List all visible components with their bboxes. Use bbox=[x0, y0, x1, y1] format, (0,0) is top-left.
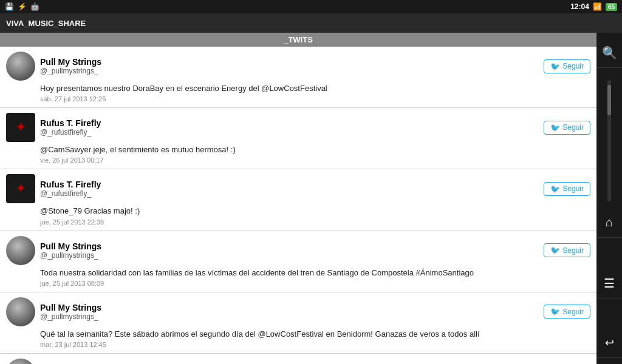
tweet-timestamp: sáb, 27 jul 2013 12:25 bbox=[40, 95, 590, 103]
tweet-username: Pull My Strings bbox=[40, 241, 539, 251]
back-icon: ↩ bbox=[605, 336, 614, 349]
status-bar-right: 12:04 📶 65 bbox=[570, 2, 617, 11]
tweet-handle: @_pullmystrings_ bbox=[40, 67, 539, 75]
twits-header: _TWITS bbox=[0, 33, 596, 47]
status-bar-left: 💾 ⚡ 🤖 bbox=[5, 2, 39, 11]
tweet-user-info: Pull My Strings @_pullmystrings_ bbox=[40, 303, 539, 321]
menu-icon: ☰ bbox=[604, 276, 615, 291]
tweet-text: Hoy presentamos nuestro DoraBay en el es… bbox=[40, 83, 590, 94]
tweet-handle: @_pullmystrings_ bbox=[40, 251, 539, 260]
tweet-user-info: Rufus T. Firefly @_rufustfirefly_ bbox=[40, 180, 539, 198]
tweet-user-info: Pull My Strings @_pullmystrings_ bbox=[40, 57, 539, 75]
title-bar: VIVA_MUSIC_SHARE bbox=[0, 13, 622, 33]
twitter-bird-icon: 🐦 bbox=[550, 62, 560, 71]
tweet-username: Pull My Strings bbox=[40, 57, 539, 67]
tweet-user-info: Pull My Strings @_pullmystrings_ bbox=[40, 241, 539, 260]
tweet-handle: @_rufustfirefly_ bbox=[40, 189, 539, 198]
follow-button[interactable]: 🐦 Seguir bbox=[544, 305, 590, 318]
twitter-bird-icon: 🐦 bbox=[550, 184, 560, 194]
tweet-item: Rufus T. Firefly @_rufustfirefly_ 🐦 Segu… bbox=[0, 108, 596, 169]
back-button[interactable]: ↩ bbox=[596, 328, 622, 358]
tweet-username: Rufus T. Firefly bbox=[40, 118, 539, 128]
tweet-list[interactable]: Pull My Strings @_pullmystrings_ 🐦 Segui… bbox=[0, 47, 596, 364]
avatar bbox=[6, 113, 35, 142]
avatar bbox=[6, 359, 35, 364]
avatar bbox=[6, 52, 35, 81]
avatar bbox=[6, 236, 35, 265]
status-bar: 💾 ⚡ 🤖 12:04 📶 65 bbox=[0, 0, 622, 13]
usb-icon: ⚡ bbox=[18, 2, 27, 11]
right-sidebar: 🔍 ⌂ ☰ ↩ bbox=[596, 33, 622, 364]
twitter-bird-icon: 🐦 bbox=[550, 123, 560, 132]
tweet-item: Rufus T. Firefly @_rufustfirefly_ 🐦 Segu… bbox=[0, 169, 596, 231]
tweet-timestamp: jue, 25 jul 2013 08:09 bbox=[40, 280, 590, 287]
home-icon: ⌂ bbox=[606, 215, 613, 229]
battery-badge: 65 bbox=[606, 3, 617, 11]
follow-button[interactable]: 🐦 Seguir bbox=[544, 59, 590, 73]
wifi-icon: 📶 bbox=[593, 2, 602, 11]
tweet-text: @CamSawyer jeje, el sentimiento es mutuo… bbox=[40, 144, 590, 155]
android-icon: 🤖 bbox=[30, 2, 39, 11]
tweet-username: Rufus T. Firefly bbox=[40, 180, 539, 189]
tweet-text: Qué tal la semanita? Este sábado abrimos… bbox=[40, 329, 590, 340]
tweet-item: Pull My Strings @_pullmystrings_ 🐦 Segui… bbox=[0, 47, 596, 108]
search-icon: 🔍 bbox=[602, 46, 617, 60]
time-display: 12:04 bbox=[570, 2, 589, 11]
tweet-username: Pull My Strings bbox=[40, 303, 539, 312]
avatar bbox=[6, 174, 35, 203]
tweet-timestamp: mar, 23 jul 2013 12:45 bbox=[40, 341, 590, 348]
scrollbar-thumb[interactable] bbox=[607, 85, 611, 115]
follow-button[interactable]: 🐦 Seguir bbox=[544, 182, 590, 196]
tweet-user-info: Rufus T. Firefly @_rufustfirefly_ bbox=[40, 118, 539, 136]
follow-button[interactable]: 🐦 Seguir bbox=[544, 121, 590, 135]
tweet-handle: @_rufustfirefly_ bbox=[40, 128, 539, 136]
tweet-timestamp: vie, 26 jul 2013 00:17 bbox=[40, 157, 590, 164]
tweet-text: @Stone_79 Gracias majo! :) bbox=[40, 206, 590, 217]
app-name: VIVA_MUSIC_SHARE bbox=[6, 19, 86, 28]
twitter-bird-icon: 🐦 bbox=[550, 307, 560, 316]
search-button[interactable]: 🔍 bbox=[596, 38, 622, 68]
twitter-bird-icon: 🐦 bbox=[550, 246, 560, 255]
save-icon: 💾 bbox=[5, 2, 14, 11]
tweet-handle: @_pullmystrings_ bbox=[40, 312, 539, 321]
tweet-item: Pull My Strings @_pullmystrings_ 🐦 Segui… bbox=[0, 354, 596, 364]
content-area: _TWITS Pull My Strings @_pullmystrings_ … bbox=[0, 33, 596, 364]
tweet-timestamp: jue, 25 jul 2013 22:38 bbox=[40, 218, 590, 226]
home-button[interactable]: ⌂ bbox=[596, 207, 622, 238]
tweet-item: Pull My Strings @_pullmystrings_ 🐦 Segui… bbox=[0, 231, 596, 292]
menu-button[interactable]: ☰ bbox=[596, 268, 622, 298]
tweet-text: Toda nuestra solidaridad con las familia… bbox=[40, 268, 590, 278]
follow-button[interactable]: 🐦 Seguir bbox=[544, 243, 590, 257]
tweet-item: Pull My Strings @_pullmystrings_ 🐦 Segui… bbox=[0, 292, 596, 354]
avatar bbox=[6, 297, 35, 326]
